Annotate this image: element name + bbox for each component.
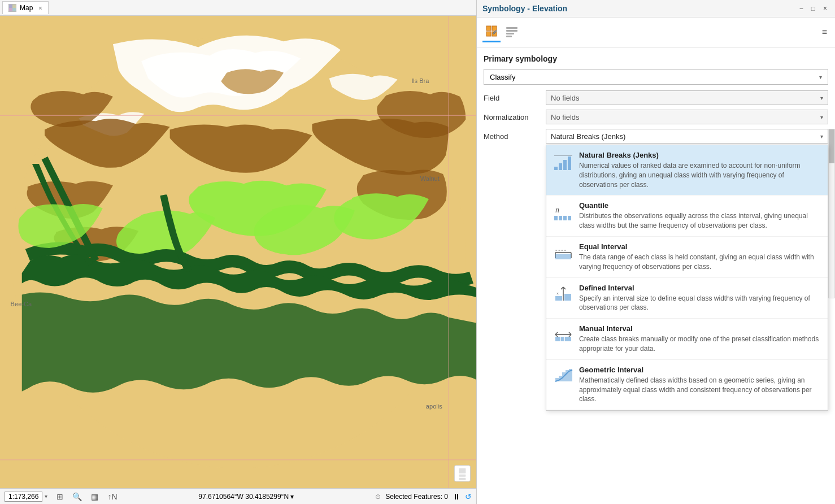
- method-dropdown[interactable]: Natural Breaks (Jenks) ▾: [546, 129, 828, 144]
- svg-rect-41: [563, 254, 567, 259]
- svg-rect-26: [554, 167, 558, 170]
- map-tab-close[interactable]: ×: [38, 5, 42, 11]
- quantile-icon: n: [553, 201, 573, 221]
- method-item-manual-interval[interactable]: Manual Interval Create class breaks manu…: [546, 319, 828, 360]
- svg-rect-3: [9, 8, 12, 11]
- svg-text:apolis: apolis: [426, 403, 442, 410]
- pause-icon[interactable]: ⏸: [453, 492, 460, 501]
- minimize-button[interactable]: −: [797, 3, 806, 14]
- toolbar-icons: [482, 22, 521, 42]
- quantile-name: Quantile: [579, 201, 821, 210]
- map-tab-icon: [8, 4, 16, 12]
- selected-features-label: Selected Features: 0: [385, 493, 448, 501]
- normalization-arrow: ▾: [820, 114, 823, 120]
- field-dropdown[interactable]: No fields ▾: [546, 90, 828, 105]
- svg-rect-60: [562, 372, 566, 381]
- field-label: Field: [484, 94, 546, 102]
- primary-symbology-title: Primary symbology: [484, 54, 828, 63]
- zoom-icon[interactable]: 🔍: [72, 492, 82, 501]
- manual-interval-icon: [553, 324, 573, 345]
- svg-rect-59: [559, 376, 562, 381]
- features-icon: ⊙: [375, 493, 381, 501]
- field-arrow: ▾: [820, 95, 823, 101]
- map-svg: lls Bra Walnut Bee-Ca apolis: [0, 16, 476, 488]
- manual-interval-text: Manual Interval Create class breaks manu…: [579, 324, 821, 354]
- natural-breaks-desc: Numerical values of ranked data are exam…: [579, 161, 821, 189]
- map-tab-label: Map: [20, 4, 33, 12]
- method-item-quantile[interactable]: n Quantile Distributes the observations …: [546, 195, 828, 237]
- svg-rect-61: [566, 370, 569, 381]
- field-row: Field No fields ▾: [484, 90, 828, 105]
- svg-rect-1: [9, 5, 12, 8]
- geometric-interval-desc: Mathematically defined class widths base…: [579, 376, 821, 404]
- svg-rect-28: [563, 160, 567, 170]
- method-item-natural-breaks[interactable]: Natural Breaks (Jenks) Numerical values …: [546, 145, 828, 195]
- svg-text:n: n: [555, 206, 559, 214]
- status-scale[interactable]: 1:173,266 ▾: [5, 492, 47, 502]
- symbology-icon-button[interactable]: [482, 22, 501, 42]
- equal-interval-desc: The data range of each class is held con…: [579, 253, 821, 272]
- svg-text:= = = =: = = = =: [555, 249, 567, 252]
- method-item-defined-interval[interactable]: × Defined Interval Specify an interval s…: [546, 278, 828, 319]
- quantile-desc: Distributes the observations equally acr…: [579, 211, 821, 231]
- svg-rect-23: [506, 30, 517, 32]
- refresh-icon[interactable]: ↺: [465, 492, 472, 501]
- classify-row: Classify ▾: [484, 69, 828, 85]
- natural-breaks-icon: [553, 151, 573, 171]
- scale-arrow[interactable]: ▾: [45, 493, 47, 499]
- classify-value: Classify: [490, 73, 516, 81]
- coordinate-display[interactable]: 97.6710564°W 30.4185299°N ▾: [198, 493, 294, 501]
- symbology-panel: Symbology - Elevation − □ ×: [476, 0, 835, 504]
- geometric-interval-text: Geometric Interval Mathematically define…: [579, 366, 821, 404]
- quantile-text: Quantile Distributes the observations eq…: [579, 201, 821, 231]
- normalization-dropdown[interactable]: No fields ▾: [546, 110, 828, 124]
- svg-rect-56: [561, 337, 564, 341]
- svg-rect-47: [555, 296, 562, 301]
- svg-text:×: ×: [556, 292, 559, 296]
- map-canvas[interactable]: lls Bra Walnut Bee-Ca apolis: [0, 16, 476, 488]
- svg-rect-2: [12, 5, 16, 8]
- svg-rect-17: [459, 478, 466, 480]
- close-button[interactable]: ×: [821, 3, 829, 14]
- equal-interval-name: Equal Interval: [579, 242, 821, 251]
- scale-value[interactable]: 1:173,266: [5, 492, 42, 502]
- defined-interval-text: Defined Interval Specify an interval siz…: [579, 284, 821, 313]
- classify-dropdown[interactable]: Classify ▾: [484, 69, 828, 85]
- field-value: No fields: [551, 94, 580, 102]
- geometric-interval-icon: [553, 366, 573, 386]
- svg-rect-19: [492, 26, 497, 31]
- method-item-equal-interval[interactable]: = = = = Equal Interval The data range of…: [546, 237, 828, 278]
- zoom-to-layer-icon[interactable]: ⊞: [56, 492, 63, 501]
- table-icon[interactable]: ▦: [91, 492, 98, 501]
- method-item-geometric-interval[interactable]: Geometric Interval Mathematically define…: [546, 360, 828, 410]
- scrollbar-track[interactable]: [828, 129, 835, 298]
- map-tab[interactable]: Map ×: [2, 1, 49, 14]
- svg-rect-48: [564, 294, 571, 301]
- manual-interval-name: Manual Interval: [579, 324, 821, 333]
- svg-rect-55: [555, 337, 560, 341]
- restore-button[interactable]: □: [809, 3, 817, 14]
- layer-properties-icon-button[interactable]: [503, 23, 521, 42]
- panel-title: Symbology - Elevation: [482, 4, 567, 13]
- equal-interval-icon: = = = =: [553, 242, 573, 263]
- natural-breaks-name: Natural Breaks (Jenks): [579, 151, 821, 159]
- svg-text:Walnut: Walnut: [420, 175, 440, 182]
- svg-rect-27: [559, 163, 562, 170]
- status-coords[interactable]: 97.6710564°W 30.4185299°N ▾: [127, 493, 367, 501]
- hamburger-menu-button[interactable]: ≡: [820, 25, 829, 40]
- manual-interval-desc: Create class breaks manually or modify o…: [579, 334, 821, 354]
- svg-rect-20: [486, 32, 491, 36]
- svg-rect-22: [506, 27, 517, 29]
- method-row: Method Natural Breaks (Jenks) ▾: [484, 129, 828, 144]
- svg-rect-24: [506, 33, 514, 34]
- scrollbar-thumb[interactable]: [829, 129, 834, 163]
- svg-rect-35: [568, 216, 571, 220]
- svg-rect-33: [559, 216, 562, 220]
- panel-titlebar: Symbology - Elevation − □ ×: [477, 0, 835, 18]
- svg-rect-42: [567, 254, 571, 259]
- svg-rect-39: [555, 254, 559, 259]
- normalization-value: No fields: [551, 113, 580, 121]
- north-arrow-icon[interactable]: ↑N: [107, 492, 117, 501]
- defined-interval-name: Defined Interval: [579, 284, 821, 292]
- method-arrow: ▾: [820, 133, 823, 140]
